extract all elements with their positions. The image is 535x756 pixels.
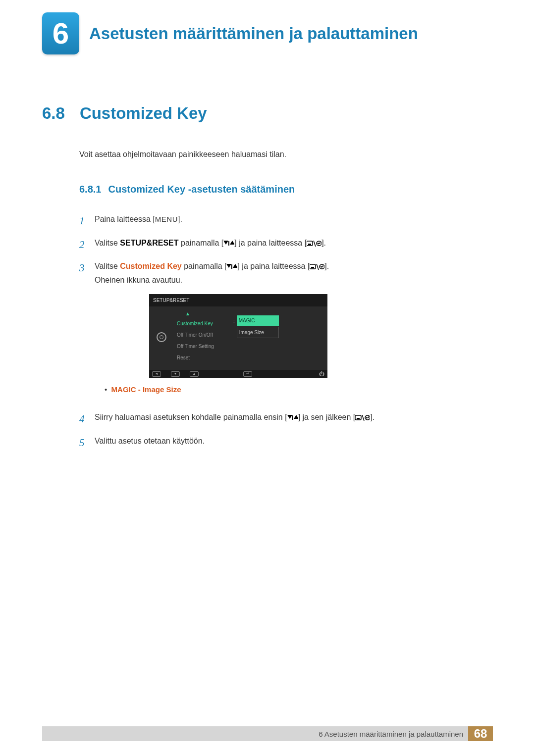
svg-marker-16 <box>287 415 292 419</box>
step-4: 4 Siirry haluamasi asetuksen kohdalle pa… <box>79 410 493 428</box>
text: ] ja paina laitteessa [ <box>234 239 307 247</box>
text: painamalla [ <box>179 239 224 247</box>
text: Valitse <box>95 262 120 270</box>
section-number: 6.8 <box>42 104 65 123</box>
svg-marker-15 <box>320 266 321 268</box>
svg-marker-8 <box>226 264 231 268</box>
step-text: Valitse Customized Key painamalla [] ja … <box>95 259 493 404</box>
osd-value-magic: MAGIC <box>237 315 279 326</box>
power-icon: ⏻ <box>319 369 324 379</box>
step-text: Siirry haluamasi asetuksen kohdalle pain… <box>95 410 493 428</box>
svg-rect-20 <box>357 418 360 419</box>
step-number: 4 <box>79 410 87 428</box>
svg-line-13 <box>317 264 319 270</box>
svg-line-5 <box>314 241 316 247</box>
menu-label: MENU <box>155 215 178 223</box>
text: ]. <box>178 215 182 223</box>
svg-rect-1 <box>228 241 229 246</box>
step-text: Valitse SETUP&RESET painamalla [] ja pai… <box>95 236 493 254</box>
text: Valitse <box>95 239 120 247</box>
step-3: 3 Valitse Customized Key painamalla [] j… <box>79 259 493 404</box>
text: ] ja paina laitteessa [ <box>237 262 310 270</box>
osd-nav-left-icon: ◄ <box>152 371 161 377</box>
osd-colon: : <box>233 317 235 325</box>
step-number: 1 <box>79 212 87 230</box>
footer-chapter-text: 6 Asetusten määrittäminen ja palauttamin… <box>319 730 468 738</box>
page-footer: 6 Asetusten määrittäminen ja palauttamin… <box>42 726 493 741</box>
osd-bottom-bar: ◄ ▼ ▲ ↵ ⏻ <box>149 370 327 378</box>
text: ]. <box>370 413 374 421</box>
text: Siirry haluamasi asetuksen kohdalle pain… <box>95 413 287 421</box>
step-text: Valittu asetus otetaan käyttöön. <box>95 434 493 452</box>
source-enter-icon <box>355 415 370 421</box>
customized-key-label: Customized Key <box>120 262 181 270</box>
subsection-title: Customized Key -asetusten säätäminen <box>108 184 295 195</box>
osd-screenshot: SETUP&RESET ▲ Customized Key Off Timer O… <box>149 294 327 378</box>
osd-nav-up-icon: ▲ <box>190 371 199 377</box>
down-up-arrow-icon <box>223 241 234 247</box>
chapter-header: 6 Asetusten määrittäminen ja palauttamin… <box>42 12 493 54</box>
text: ]. <box>321 239 326 247</box>
down-up-arrow-icon <box>287 415 298 421</box>
text: painamalla [ <box>182 262 227 270</box>
osd-header: SETUP&RESET <box>149 294 327 306</box>
section-title: Customized Key <box>80 104 207 123</box>
section-heading: 6.8 Customized Key <box>42 104 493 123</box>
step-5: 5 Valittu asetus otetaan käyttöön. <box>79 434 493 452</box>
step-text: Paina laitteessa [MENU]. <box>95 212 493 230</box>
svg-rect-12 <box>311 267 314 268</box>
option-image-size: Image Size <box>143 385 181 394</box>
section-intro-text: Voit asettaa ohjelmoitavaan painikkeesee… <box>79 150 493 159</box>
source-enter-icon <box>310 264 324 270</box>
osd-nav-down-icon: ▼ <box>171 371 180 377</box>
subsection-number: 6.8.1 <box>79 184 101 195</box>
svg-rect-17 <box>292 415 293 420</box>
bullet-options: • MAGIC - Image Size <box>105 383 493 396</box>
down-up-arrow-icon <box>226 264 237 270</box>
svg-marker-2 <box>230 241 234 245</box>
osd-nav-enter-icon: ↵ <box>243 371 252 377</box>
svg-marker-7 <box>317 243 319 245</box>
svg-rect-4 <box>308 244 311 245</box>
chapter-title: Asetusten määrittäminen ja palauttaminen <box>89 24 418 43</box>
svg-marker-18 <box>294 415 298 419</box>
chapter-number-badge: 6 <box>42 12 79 54</box>
svg-marker-23 <box>366 417 367 419</box>
text: ] ja sen jälkeen [ <box>298 413 356 421</box>
step-number: 3 <box>79 259 87 404</box>
step-2: 2 Valitse SETUP&RESET painamalla [] ja p… <box>79 236 493 254</box>
svg-line-21 <box>362 415 364 421</box>
step-number: 2 <box>79 236 87 254</box>
step-list: 1 Paina laitteessa [MENU]. 2 Valitse SET… <box>79 212 493 452</box>
step-number: 5 <box>79 434 87 452</box>
svg-marker-0 <box>223 241 228 245</box>
text: ]. <box>324 262 329 270</box>
footer-page-number: 68 <box>468 726 493 741</box>
text: Paina laitteessa [ <box>95 215 155 223</box>
svg-rect-9 <box>231 264 232 269</box>
bullet-dot-icon: • <box>105 385 111 394</box>
step-3-extra: Oheinen ikkuna avautuu. <box>95 273 493 287</box>
setup-reset-label: SETUP&RESET <box>120 239 178 247</box>
subsection-heading: 6.8.1 Customized Key -asetusten säätämin… <box>79 184 493 195</box>
gear-icon <box>157 332 166 342</box>
option-separator: - <box>136 385 143 394</box>
step-1: 1 Paina laitteessa [MENU]. <box>79 212 493 230</box>
up-arrow-icon: ▲ <box>142 309 233 318</box>
source-enter-icon <box>307 241 321 247</box>
osd-value-image-size: Image Size <box>237 327 279 338</box>
option-magic: MAGIC <box>111 385 136 394</box>
